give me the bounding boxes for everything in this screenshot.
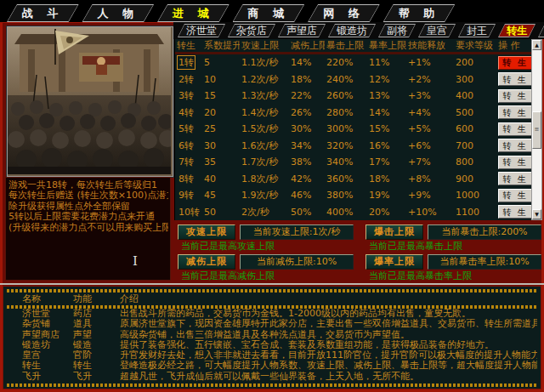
menu-tab[interactable]: 商 城 [233, 4, 305, 22]
description-row: 皇宫 官阶 升官发财好去处，想入非非就进去看看，目前开放111阶官位，提升官阶可… [7, 350, 537, 361]
cap-upgrade-button[interactable]: 减伤上限 [178, 254, 235, 270]
info-line: 5转以后上限需要花费潜力点来开通 [8, 212, 168, 222]
required-level-cell: 700 [454, 140, 496, 151]
attack-speed-cell: 1.8次/秒 [240, 173, 289, 185]
subtab[interactable]: 飞升 [538, 24, 544, 37]
column-header: 攻速上限 [240, 39, 289, 52]
reincarnate-button[interactable]: 转 生 [498, 172, 532, 185]
table-header-row: 转生 系数提升 攻速上限 减伤上限 暴击上限 暴率上限 技能释放 要求等级 操 … [175, 39, 531, 54]
crit-cap-cell: 400% [325, 207, 367, 218]
shop-intro: 出售战斗所需的药品，交易货币为金钱。1-2000级以内的药品均有出售，童叟无欺。 [120, 309, 537, 319]
menu-tab[interactable]: 网 络 [308, 4, 380, 22]
coef-cell: 25 [202, 123, 240, 134]
level-cell: 4转 [175, 105, 202, 120]
scroll-down-button[interactable]: ▼ [532, 209, 541, 219]
attack-speed-cell: 1.3次/秒 [240, 89, 289, 102]
reincarnate-button[interactable]: 转 生 [498, 72, 532, 86]
coef-cell: 15 [202, 90, 240, 101]
shop-intro: 高级杂货铺，出售三倍增益道具及各种洗点道具，交易货币为声望值。 [120, 330, 537, 340]
crit-rate-cell: 16% [367, 140, 406, 151]
shop-description-panel: 名称 功能 介绍 济世堂 药店 出售战斗所需的药品，交易货币为金钱。1-2000… [3, 286, 541, 389]
reincarnate-button[interactable]: 转 生 [498, 189, 532, 202]
info-line: 每次转生后赠送 (转生次数×100)点潜力点 [8, 190, 168, 201]
menu-tab-label: 帮 助 [399, 7, 440, 20]
level-cell: 3转 [175, 88, 202, 103]
subtab[interactable]: 济世堂 [178, 24, 225, 37]
subtab[interactable]: 副将 [378, 24, 416, 37]
reincarnation-info-box: 游戏一共18转，每次转生后等级归1 每次转生后赠送 (转生次数×100)点潜力点… [5, 177, 171, 281]
reincarnate-button[interactable]: 转 生 [498, 122, 532, 136]
cap-status-text: 当前已是最高暴击率上限 [369, 271, 541, 281]
action-cell: 转 生 [496, 72, 532, 86]
caps-panel-grid: 攻速上限 当前攻速上限:1次/秒 当前已是最高攻速上限 爆击上限 当前暴击上限:… [178, 224, 541, 283]
description-row: 锻造坊 锻造 提供了装备强化、五行镶嵌、宝石合成、套装及系数重组功能，是获得极品… [7, 340, 537, 350]
subtab[interactable]: 封王 [458, 24, 496, 37]
subtab[interactable]: 杂货店 [228, 24, 275, 37]
cap-status-text: 当前已是最高减伤上限 [181, 271, 354, 281]
menu-tab[interactable]: 进 城 [157, 4, 230, 22]
description-row: 飞升 飞升 超越凡世，飞升成仙后就可以佩戴一些仙界装备，上天入地，无所不能。 [7, 372, 537, 382]
crit-cap-cell: 340% [325, 156, 367, 168]
army-scene-image [8, 27, 171, 174]
cap-status-text: 当前已是最高暴击上限 [369, 241, 541, 252]
table-scrollbar[interactable]: ▲ ≡ ▼ [531, 39, 542, 220]
action-cell: 转 生 [496, 89, 532, 103]
required-level-cell: 1000 [454, 190, 496, 201]
subtab[interactable]: 声望店 [278, 24, 326, 37]
shop-name: 锻造坊 [22, 340, 73, 350]
reincarnate-button[interactable]: 转 生 [498, 156, 532, 169]
crit-rate-cell: 18% [367, 173, 406, 185]
description-row: 转生 转生 登峰造极必经之路，可大幅度提升人物系数、攻速上限、减伤上限、暴击上限… [7, 361, 537, 371]
cap-upgrade-button[interactable]: 爆率上限 [366, 254, 423, 270]
column-header: 要求等级 [454, 39, 496, 52]
reincarnation-table: 转生 系数提升 攻速上限 减伤上限 暴击上限 暴率上限 技能释放 要求等级 操 … [174, 39, 531, 220]
menu-tab[interactable]: 战 斗 [7, 4, 79, 22]
skill-release-cell: +10% [406, 207, 454, 218]
column-header: 转生 [175, 39, 202, 52]
shop-function: 道具 [73, 319, 120, 329]
skill-release-cell: +7% [406, 156, 454, 168]
level-cell: 9转 [175, 188, 202, 202]
damage-reduce-cell: 30% [289, 123, 325, 134]
description-row: 声望商店 声望 高级杂货铺，出售三倍增益道具及各种洗点道具，交易货币为声望值。 [7, 330, 537, 340]
city-subtab-bar: 济世堂 杂货店 声望店 锻造坊 副将 皇宫 封王 [173, 22, 544, 39]
subtab[interactable]: 皇宫 [418, 24, 456, 37]
reincarnate-button[interactable]: 转 生 [498, 139, 532, 152]
level-cell: 7转 [175, 155, 202, 169]
description-column-header: 功能 [73, 293, 120, 305]
menu-tab[interactable]: 帮 助 [383, 4, 456, 22]
crit-cap-cell: 300% [325, 123, 367, 134]
column-header: 减伤上限 [289, 39, 325, 52]
reincarnate-button[interactable]: 转 生 [498, 205, 532, 219]
shop-intro: 登峰造极必经之路，可大幅度提升人物系数、攻速上限、减伤上限、暴击上限等，超大幅度… [120, 361, 537, 371]
shop-name: 济世堂 [22, 309, 73, 319]
menu-tab[interactable]: 人 物 [82, 4, 155, 22]
city-illustration [7, 26, 173, 177]
shop-name: 杂货铺 [22, 319, 73, 329]
table-row: 5转 25 1.5次/秒 30% 300% 15% +5% 600 转 生 [175, 121, 531, 138]
cap-upgrade-button[interactable]: 攻速上限 [178, 224, 235, 240]
subtab-label: 声望店 [286, 25, 317, 37]
shop-intro: 升官发财好去处，想入非非就进去看看，目前开放111阶官位，提升官阶可以极大幅度的… [120, 350, 537, 361]
cap-upgrade-button[interactable]: 爆击上限 [366, 224, 423, 240]
scroll-thumb[interactable]: ≡ [532, 111, 541, 149]
description-header-row: 名称 功能 介绍 [7, 293, 537, 305]
reincarnate-button[interactable]: 转 生 [498, 105, 532, 119]
crit-cap-cell: 380% [325, 190, 367, 201]
shop-intro: 原属济世堂旗下，现因资金雄厚特开此家分店，主要出售一些双倍增益道具、交易货币、转… [120, 319, 537, 329]
crit-cap-cell: 240% [325, 74, 367, 85]
shop-function: 锻造 [73, 340, 120, 350]
attack-speed-cell: 1.1次/秒 [240, 56, 289, 69]
level-cell: 5转 [175, 122, 202, 136]
scroll-up-button[interactable]: ▲ [532, 40, 541, 50]
reincarnate-button[interactable]: 转 生 [498, 56, 532, 70]
skill-release-cell: +5% [406, 123, 454, 134]
reincarnate-button[interactable]: 转 生 [498, 89, 532, 103]
crit-cap-cell: 280% [325, 107, 367, 118]
required-level-cell: 600 [454, 123, 496, 134]
subtab[interactable]: 转生 [498, 24, 536, 37]
info-line: 游戏一共18转，每次转生后等级归1 [8, 180, 168, 190]
subtab[interactable]: 锻造坊 [328, 24, 376, 37]
skill-release-cell: +2% [406, 74, 454, 85]
crit-rate-cell: 11% [367, 57, 406, 68]
